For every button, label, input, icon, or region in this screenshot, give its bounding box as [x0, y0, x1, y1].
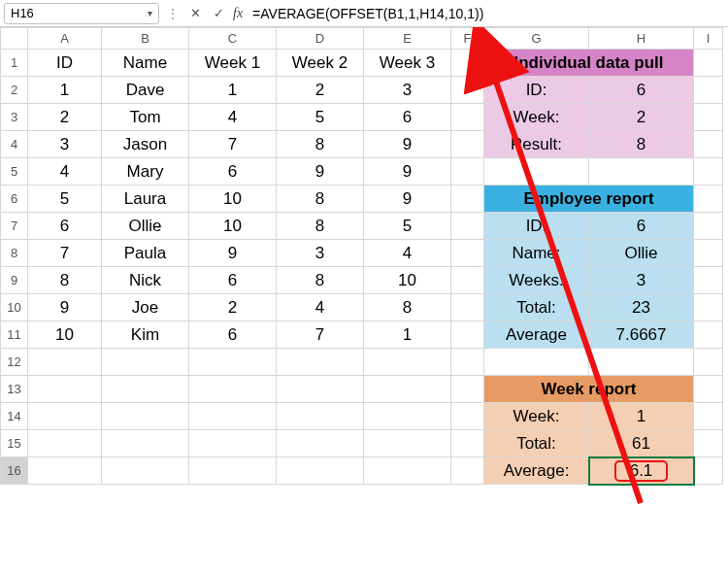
cell[interactable]: Nick [102, 267, 189, 294]
cell-label[interactable]: Weeks: [484, 267, 589, 294]
chevron-down-icon[interactable]: ▾ [148, 8, 152, 18]
cell[interactable] [364, 430, 451, 457]
cell[interactable] [364, 349, 451, 376]
row-header[interactable]: 5 [1, 158, 28, 186]
cell-label[interactable]: Average [484, 321, 589, 349]
cell[interactable]: Mary [102, 158, 189, 186]
cell[interactable] [451, 50, 484, 77]
cell[interactable]: 8 [277, 131, 364, 158]
cell-label[interactable]: Average: [484, 457, 589, 485]
cell[interactable]: Week 3 [364, 50, 451, 77]
cell[interactable]: 7 [28, 240, 102, 267]
cell[interactable] [189, 376, 277, 403]
cell[interactable] [451, 349, 484, 376]
cell[interactable]: 2 [277, 77, 364, 104]
cell[interactable]: Kim [102, 321, 189, 349]
cell[interactable]: Laura [102, 186, 189, 213]
cell[interactable] [102, 349, 189, 376]
cell[interactable]: Week 1 [189, 50, 277, 77]
cell[interactable]: 1 [364, 321, 451, 349]
cell[interactable]: 10 [364, 267, 451, 294]
cell-label[interactable]: ID: [484, 77, 589, 104]
cell[interactable] [451, 158, 484, 186]
fx-icon[interactable]: fx [233, 6, 243, 21]
row-header[interactable]: 15 [1, 430, 28, 457]
cell[interactable]: 7 [189, 131, 277, 158]
spreadsheet-grid[interactable]: A B C D E F G H I 1 ID Name Week 1 Week … [0, 27, 728, 485]
cell[interactable] [364, 403, 451, 430]
cell[interactable]: 9 [277, 158, 364, 186]
row-header[interactable]: 2 [1, 77, 28, 104]
cell[interactable] [277, 457, 364, 485]
cell[interactable] [28, 376, 102, 403]
cell[interactable] [451, 430, 484, 457]
cell[interactable] [484, 349, 589, 376]
cell[interactable]: 8 [364, 294, 451, 321]
cell[interactable] [694, 294, 723, 321]
cell-value[interactable]: Ollie [589, 240, 694, 267]
cell-label[interactable]: Total: [484, 430, 589, 457]
cell[interactable]: 7 [277, 321, 364, 349]
cell[interactable]: 9 [364, 186, 451, 213]
cell[interactable] [102, 403, 189, 430]
cell[interactable]: 6 [364, 104, 451, 131]
cell[interactable]: 3 [28, 131, 102, 158]
cell-label[interactable]: Total: [484, 294, 589, 321]
cell[interactable] [189, 349, 277, 376]
cancel-icon[interactable]: ✕ [186, 5, 204, 22]
cell[interactable]: Dave [102, 77, 189, 104]
cell[interactable] [189, 430, 277, 457]
cell-value[interactable]: 23 [589, 294, 694, 321]
cell[interactable]: 1 [28, 77, 102, 104]
cell[interactable] [694, 104, 723, 131]
cell[interactable]: 8 [277, 267, 364, 294]
cell-label[interactable]: Week: [484, 104, 589, 131]
cell[interactable]: 8 [28, 267, 102, 294]
check-icon[interactable]: ✓ [210, 5, 227, 22]
col-header-G[interactable]: G [484, 28, 589, 50]
cell[interactable] [189, 403, 277, 430]
cell[interactable]: 6 [189, 158, 277, 186]
col-header-F[interactable]: F [451, 28, 484, 50]
row-header[interactable]: 13 [1, 376, 28, 403]
cell[interactable]: 2 [28, 104, 102, 131]
cell[interactable]: 10 [28, 321, 102, 349]
cell[interactable] [28, 349, 102, 376]
cell-value[interactable]: 6 [589, 77, 694, 104]
cell[interactable]: 5 [277, 104, 364, 131]
cell[interactable]: Jason [102, 131, 189, 158]
cell-H16-selected[interactable]: 6.1 [589, 457, 694, 485]
col-header-E[interactable]: E [364, 28, 451, 50]
cell[interactable] [277, 430, 364, 457]
cell[interactable] [451, 321, 484, 349]
cell-value[interactable]: 61 [589, 430, 694, 457]
cell[interactable]: 9 [28, 294, 102, 321]
cell[interactable] [694, 321, 723, 349]
cell[interactable] [451, 131, 484, 158]
employee-title[interactable]: Employee report [484, 186, 694, 213]
cell[interactable] [694, 403, 723, 430]
cell[interactable] [277, 403, 364, 430]
cell-label[interactable]: Week: [484, 403, 589, 430]
name-box[interactable]: H16 ▾ [4, 3, 159, 24]
row-header[interactable]: 3 [1, 104, 28, 131]
row-header[interactable]: 6 [1, 186, 28, 213]
cell-label[interactable]: Result: [484, 131, 589, 158]
cell[interactable]: 10 [189, 186, 277, 213]
cell[interactable] [451, 240, 484, 267]
cell-value[interactable]: 2 [589, 104, 694, 131]
cell[interactable] [102, 430, 189, 457]
cell-label[interactable]: ID: [484, 213, 589, 240]
cell[interactable]: 4 [28, 158, 102, 186]
cell[interactable] [451, 403, 484, 430]
row-header[interactable]: 8 [1, 240, 28, 267]
cell[interactable] [694, 376, 723, 403]
cell[interactable]: Joe [102, 294, 189, 321]
cell[interactable]: 3 [364, 77, 451, 104]
row-header[interactable]: 7 [1, 213, 28, 240]
cell[interactable] [28, 430, 102, 457]
cell[interactable] [694, 267, 723, 294]
cell[interactable]: 4 [364, 240, 451, 267]
cell[interactable]: 6 [189, 267, 277, 294]
col-header-I[interactable]: I [694, 28, 723, 50]
